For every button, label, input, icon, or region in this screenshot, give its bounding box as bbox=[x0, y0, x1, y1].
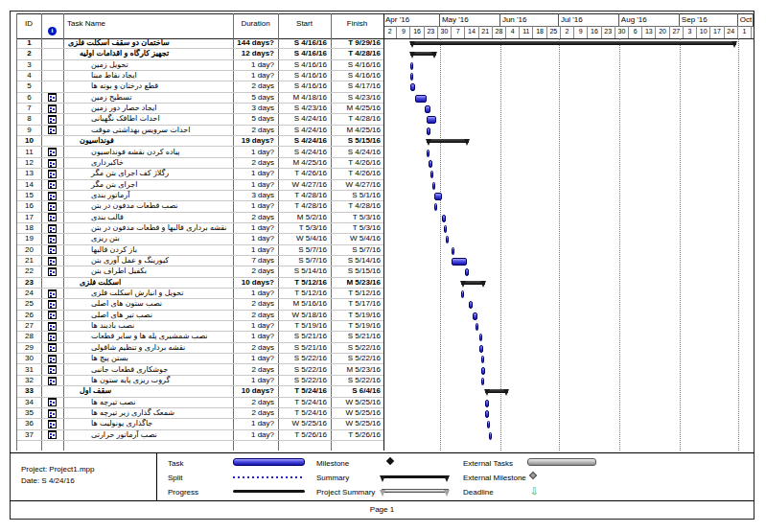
task-finish-cell[interactable]: T 5/3/16 bbox=[331, 213, 383, 222]
task-indicator-cell[interactable] bbox=[41, 81, 63, 91]
task-indicator-cell[interactable] bbox=[41, 408, 63, 418]
task-start-cell[interactable]: T 5/12/16 bbox=[278, 289, 331, 298]
task-bar[interactable] bbox=[430, 171, 433, 178]
task-duration-cell[interactable]: 2 days bbox=[233, 299, 278, 309]
task-name-cell[interactable]: تجهیز کارگاه و اقدامات اولیه bbox=[63, 49, 233, 58]
month-cell[interactable]: Jul '16 bbox=[559, 13, 619, 26]
task-name-cell[interactable]: جاگذاری یونولیت ها bbox=[63, 419, 233, 428]
task-start-cell[interactable]: T 5/24/16 bbox=[278, 386, 331, 396]
task-duration-cell[interactable]: 1 day? bbox=[233, 332, 278, 341]
column-header-finish[interactable]: Finish bbox=[331, 13, 383, 38]
task-name-cell[interactable]: نصب شمشیری پله ها و سایر قطعات bbox=[63, 332, 233, 341]
task-id-cell[interactable]: 9 bbox=[17, 126, 41, 135]
task-bar[interactable] bbox=[427, 116, 436, 124]
task-start-cell[interactable]: T 4/28/16 bbox=[278, 191, 331, 200]
task-id-cell[interactable]: 26 bbox=[17, 311, 41, 320]
task-bar[interactable] bbox=[415, 95, 427, 103]
task-duration-cell[interactable]: 2 days bbox=[233, 266, 278, 276]
task-id-cell[interactable]: 16 bbox=[17, 201, 41, 211]
task-finish-cell[interactable]: S 5/14/16 bbox=[331, 256, 383, 266]
week-cell[interactable]: 7 bbox=[452, 26, 465, 38]
task-duration-cell[interactable]: 19 days? bbox=[233, 136, 278, 146]
task-duration-cell[interactable]: 1 day? bbox=[233, 354, 278, 363]
task-indicator-cell[interactable] bbox=[41, 71, 63, 81]
task-finish-cell[interactable]: S 5/7/16 bbox=[331, 245, 383, 255]
week-cell[interactable]: 3 bbox=[684, 26, 697, 38]
task-id-cell[interactable]: 22 bbox=[17, 266, 41, 276]
task-duration-cell[interactable]: 2 days bbox=[233, 213, 278, 222]
task-duration-cell[interactable]: 2 days bbox=[233, 81, 278, 91]
task-duration-cell[interactable]: 1 day? bbox=[233, 71, 278, 81]
task-start-cell[interactable]: T 5/19/16 bbox=[278, 321, 331, 331]
task-indicator-cell[interactable] bbox=[41, 332, 63, 341]
task-duration-cell[interactable]: 1 day? bbox=[233, 234, 278, 243]
task-id-cell[interactable]: 6 bbox=[17, 93, 41, 103]
task-indicator-cell[interactable] bbox=[41, 289, 63, 298]
task-bar[interactable] bbox=[465, 268, 469, 276]
task-start-cell[interactable]: T 5/12/16 bbox=[278, 278, 331, 288]
task-duration-cell[interactable]: 2 days bbox=[233, 158, 278, 168]
task-duration-cell[interactable]: 3 days bbox=[233, 191, 278, 200]
task-name-cell[interactable]: ساختمان دو سقف اسکلت فلزی bbox=[63, 38, 233, 48]
task-indicator-cell[interactable] bbox=[41, 419, 63, 428]
week-cell[interactable]: 27 bbox=[670, 26, 684, 38]
task-start-cell[interactable]: S 5/22/16 bbox=[278, 376, 331, 385]
task-id-cell[interactable]: 3 bbox=[17, 60, 41, 70]
task-finish-cell[interactable]: T 9/29/16 bbox=[331, 38, 383, 48]
task-start-cell[interactable]: T 4/28/16 bbox=[278, 201, 331, 211]
task-duration-cell[interactable]: 5 days bbox=[233, 114, 278, 124]
task-id-cell[interactable]: 4 bbox=[17, 71, 41, 81]
task-name-cell[interactable]: نصب تیر های اصلی bbox=[63, 311, 233, 320]
task-duration-cell[interactable]: 1 day? bbox=[233, 169, 278, 178]
info-icon[interactable]: i bbox=[48, 27, 57, 35]
task-name-cell[interactable]: بکفیل اطراف بتن bbox=[63, 266, 233, 276]
task-start-cell[interactable]: W 5/4/16 bbox=[278, 234, 331, 243]
task-duration-cell[interactable]: 1 day? bbox=[233, 60, 278, 70]
task-id-cell[interactable]: 25 bbox=[17, 299, 41, 309]
week-cell[interactable]: 17 bbox=[710, 26, 724, 38]
task-name-cell[interactable]: سقف اول bbox=[63, 386, 233, 396]
task-indicator-cell[interactable] bbox=[41, 201, 63, 211]
task-indicator-cell[interactable] bbox=[41, 311, 63, 320]
task-name-cell[interactable]: ایجاد حصار دور زمین bbox=[63, 104, 233, 113]
task-indicator-cell[interactable] bbox=[41, 126, 63, 135]
task-finish-cell[interactable]: S 4/16/16 bbox=[331, 71, 383, 81]
task-bar[interactable] bbox=[427, 150, 429, 157]
task-start-cell[interactable]: S 4/16/16 bbox=[278, 49, 331, 58]
task-name-cell[interactable]: شمعک گذاری زیر تیرچه ها bbox=[63, 408, 233, 418]
task-bar[interactable] bbox=[446, 236, 449, 243]
task-id-cell[interactable]: 28 bbox=[17, 332, 41, 341]
task-finish-cell[interactable]: S 5/21/16 bbox=[331, 332, 383, 341]
task-indicator-cell[interactable] bbox=[41, 38, 63, 48]
task-bar[interactable] bbox=[427, 127, 430, 135]
task-indicator-cell[interactable] bbox=[41, 354, 63, 363]
task-duration-cell[interactable]: 1 day? bbox=[233, 180, 278, 190]
column-header-task-name[interactable]: Task Name bbox=[63, 13, 233, 38]
task-indicator-cell[interactable] bbox=[41, 256, 63, 266]
task-bar[interactable] bbox=[461, 290, 464, 298]
task-name-cell[interactable]: نقشه برداری و تنظیم شاقولی bbox=[63, 343, 233, 353]
task-start-cell[interactable]: T 4/26/16 bbox=[278, 169, 331, 178]
task-start-cell[interactable]: S 4/16/16 bbox=[278, 71, 331, 81]
task-start-cell[interactable]: T 5/24/16 bbox=[278, 408, 331, 418]
task-name-cell[interactable]: نصب بادبند ها bbox=[63, 321, 233, 331]
task-indicator-cell[interactable] bbox=[41, 430, 63, 440]
week-cell[interactable]: 1 bbox=[738, 26, 752, 38]
task-start-cell[interactable]: S 4/24/16 bbox=[278, 126, 331, 135]
task-name-cell[interactable]: قطع درختان و بوته ها bbox=[63, 81, 233, 91]
task-start-cell[interactable]: T 5/3/16 bbox=[278, 223, 331, 233]
week-cell[interactable]: 21 bbox=[479, 26, 493, 38]
task-id-cell[interactable]: 30 bbox=[17, 354, 41, 363]
task-id-cell[interactable]: 36 bbox=[17, 419, 41, 428]
task-id-cell[interactable]: 31 bbox=[17, 365, 41, 375]
task-id-cell[interactable]: 35 bbox=[17, 408, 41, 418]
task-finish-cell[interactable]: W 5/25/16 bbox=[331, 419, 383, 428]
task-name-cell[interactable]: گروت ریزی پایه ستون ها bbox=[63, 376, 233, 385]
task-start-cell[interactable]: S 4/23/16 bbox=[278, 104, 331, 113]
task-finish-cell[interactable]: T 5/12/16 bbox=[331, 289, 383, 298]
task-name-cell[interactable]: جوشکاری قطعات جانبی bbox=[63, 365, 233, 375]
task-indicator-cell[interactable] bbox=[41, 376, 63, 385]
task-finish-cell[interactable]: T 5/19/16 bbox=[331, 321, 383, 331]
task-bar[interactable] bbox=[410, 62, 413, 70]
week-cell[interactable]: 11 bbox=[520, 26, 533, 38]
